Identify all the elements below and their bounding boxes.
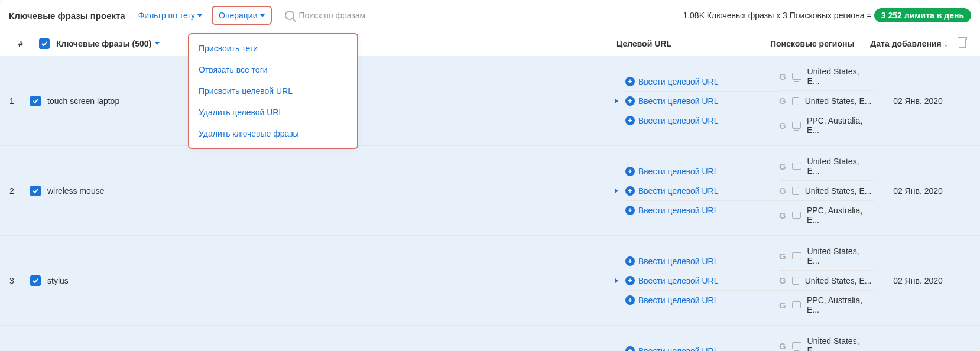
plus-icon: + (625, 295, 635, 305)
enter-target-url[interactable]: +Ввести целевой URL (625, 186, 718, 196)
region-text: United States, E... (805, 96, 872, 106)
google-icon: G (779, 72, 786, 82)
expand-icon (615, 188, 618, 193)
url-entry: +Ввести целевой URL (625, 342, 779, 352)
limit-badge: 3 252 лимита в день (874, 8, 971, 22)
desktop-icon (792, 73, 801, 80)
op-delete-target-url[interactable]: Удалить целевой URL (189, 102, 357, 123)
plus-icon: + (625, 167, 635, 176)
desktop-icon (792, 342, 801, 349)
table-row: 1 touch screen laptop +Ввести целевой UR… (0, 56, 980, 146)
plus-icon: + (625, 77, 635, 86)
enter-target-url[interactable]: +Ввести целевой URL (625, 206, 718, 215)
operations-dropdown: Присвоить теги Отвязать все теги Присвои… (188, 33, 358, 149)
enter-target-url[interactable]: +Ввести целевой URL (625, 77, 718, 86)
url-entry: +Ввести целевой URL (625, 110, 779, 130)
row-number: 2 (0, 146, 24, 235)
expand-icon (615, 278, 618, 283)
google-icon: G (779, 121, 786, 131)
enter-target-url[interactable]: +Ввести целевой URL (625, 116, 718, 125)
keyword-text: wireless mouse (47, 186, 104, 196)
google-icon: G (779, 96, 786, 106)
filter-by-tag-trigger[interactable]: Фильтр по тегу (135, 8, 206, 22)
keyword-cell[interactable]: wireless mouse (47, 146, 625, 235)
op-unlink-tags[interactable]: Отвязать все теги (189, 59, 357, 80)
region-cell: G United States, E... G United States, E… (779, 236, 874, 325)
delete-cell (962, 146, 980, 235)
row-checkbox[interactable] (30, 275, 41, 286)
col-delete (953, 37, 971, 50)
table-row: 3 stylus +Ввести целевой URL +Ввести цел… (0, 236, 980, 326)
region-text: United States, E... (807, 336, 874, 351)
row-number: 3 (0, 236, 24, 325)
desktop-icon (792, 162, 801, 170)
enter-target-url[interactable]: +Ввести целевой URL (625, 346, 718, 352)
plus-icon: + (625, 116, 635, 125)
table-row: 4 bluetooth mouse +Ввести целевой URL +В… (0, 326, 980, 351)
region-entry: G United States, E... (779, 180, 874, 200)
col-checkbox (33, 38, 56, 49)
op-assign-tags[interactable]: Присвоить теги (189, 38, 357, 59)
desktop-icon (792, 301, 801, 308)
url-entry: +Ввести целевой URL (625, 252, 779, 271)
enter-target-url[interactable]: +Ввести целевой URL (625, 295, 718, 305)
table-row: 2 wireless mouse +Ввести целевой URL +Вв… (0, 146, 980, 236)
enter-target-url[interactable]: +Ввести целевой URL (625, 276, 718, 285)
keyword-cell[interactable]: bluetooth mouse (47, 326, 625, 351)
col-target-url: Целевой URL (616, 39, 770, 48)
url-entry: +Ввести целевой URL (625, 271, 779, 290)
url-entry: +Ввести целевой URL (625, 181, 779, 200)
plus-icon: + (625, 186, 635, 196)
mobile-icon (792, 187, 799, 195)
region-cell: G United States, E... G United States, E… (779, 326, 874, 351)
delete-cell (962, 56, 980, 145)
search-icon (285, 11, 294, 20)
enter-target-url[interactable]: +Ввести целевой URL (625, 167, 718, 176)
region-entry: G PPC, Australia, E... (779, 110, 874, 139)
op-delete-keywords[interactable]: Удалить ключевые фразы (189, 123, 357, 144)
table-header: # Ключевые фразы (500) Целевой URL Поиск… (0, 31, 980, 56)
plus-icon: + (625, 256, 635, 266)
region-entry: G United States, E... (779, 332, 874, 351)
url-entry: +Ввести целевой URL (625, 290, 779, 310)
url-cell: +Ввести целевой URL +Ввести целевой URL … (625, 326, 779, 351)
search-input[interactable] (299, 11, 417, 20)
url-cell: +Ввести целевой URL +Ввести целевой URL … (625, 56, 779, 145)
row-number: 4 (0, 326, 24, 351)
region-text: United States, E... (805, 186, 872, 196)
delete-cell (962, 236, 980, 325)
delete-cell (962, 326, 980, 351)
col-number: # (9, 39, 33, 48)
url-cell: +Ввести целевой URL +Ввести целевой URL … (625, 146, 779, 235)
enter-target-url[interactable]: +Ввести целевой URL (625, 256, 718, 266)
region-entry: G United States, E... (779, 62, 874, 90)
chevron-down-icon (155, 42, 160, 45)
operations-trigger[interactable]: Операции (212, 6, 272, 25)
row-checkbox[interactable] (30, 96, 41, 106)
google-icon: G (779, 300, 786, 310)
url-entry: +Ввести целевой URL (625, 72, 779, 91)
url-entry: +Ввести целевой URL (625, 200, 779, 220)
region-entry: G United States, E... (779, 270, 874, 290)
chevron-down-icon (197, 14, 202, 17)
col-date-added[interactable]: Дата добавления ↓ (865, 39, 953, 48)
google-icon: G (779, 161, 786, 171)
toolbar: Ключевые фразы проекта Фильтр по тегу Оп… (0, 0, 980, 31)
google-icon: G (779, 210, 786, 220)
region-entry: G United States, E... (779, 152, 874, 180)
enter-target-url[interactable]: +Ввести целевой URL (625, 96, 718, 106)
region-text: United States, E... (807, 246, 874, 265)
trash-icon[interactable] (958, 37, 967, 48)
region-cell: G United States, E... G United States, E… (779, 146, 874, 235)
plus-icon: + (625, 206, 635, 215)
desktop-icon (792, 252, 801, 259)
url-entry: +Ввести целевой URL (625, 91, 779, 110)
keyword-cell[interactable]: stylus (47, 236, 625, 325)
url-entry: +Ввести целевой URL (625, 162, 779, 181)
select-all-checkbox[interactable] (39, 38, 50, 49)
plus-icon: + (625, 346, 635, 352)
region-text: United States, E... (807, 67, 874, 86)
row-checkbox[interactable] (30, 186, 41, 196)
limit-text: 1.08K Ключевых фразы x 3 Поисковых регио… (683, 8, 971, 22)
op-assign-target-url[interactable]: Присвоить целевой URL (189, 80, 357, 102)
